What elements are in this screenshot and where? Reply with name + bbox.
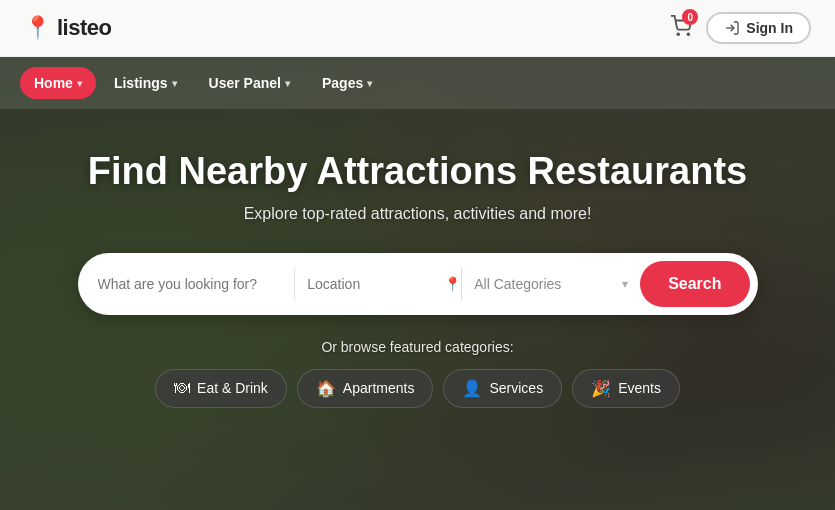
svg-point-0	[678, 33, 680, 35]
logo-area: 📍 listeo	[24, 15, 111, 41]
services-icon: 👤	[462, 379, 482, 398]
nav-userpanel-label: User Panel	[209, 75, 281, 91]
location-pin-icon: 📍	[444, 276, 461, 292]
nav-userpanel-chevron: ▾	[285, 78, 290, 89]
nav-menu: Home ▾ Listings ▾ User Panel ▾ Pages ▾	[0, 57, 835, 109]
nav-home-label: Home	[34, 75, 73, 91]
categories-chevron-icon: ▾	[622, 277, 628, 291]
search-divider-1	[294, 269, 295, 299]
hero-title: Find Nearby Attractions Restaurants	[88, 149, 748, 195]
cart-button[interactable]: 0	[670, 15, 692, 41]
nav-pages-chevron: ▾	[367, 78, 372, 89]
search-button[interactable]: Search	[640, 261, 749, 307]
nav-listings-chevron: ▾	[172, 78, 177, 89]
services-label: Services	[489, 380, 543, 396]
navbar-actions: 0 Sign In	[670, 12, 811, 44]
hero-subtitle: Explore top-rated attractions, activitie…	[244, 205, 592, 223]
nav-item-pages[interactable]: Pages ▾	[308, 67, 386, 99]
location-field[interactable]: 📍	[307, 268, 461, 300]
apartments-icon: 🏠	[316, 379, 336, 398]
logo-text: listeo	[57, 15, 111, 41]
browse-label: Or browse featured categories:	[321, 339, 513, 355]
search-bar: 📍 All Categories ▾ Search	[78, 253, 758, 315]
browse-section: Or browse featured categories: 🍽 Eat & D…	[0, 339, 835, 408]
nav-item-listings[interactable]: Listings ▾	[100, 67, 191, 99]
hero-content: Find Nearby Attractions Restaurants Expl…	[0, 109, 835, 315]
cart-badge: 0	[682, 9, 698, 25]
navbar: 📍 listeo 0 Sign In	[0, 0, 835, 57]
logo-icon: 📍	[24, 15, 51, 41]
nav-item-home[interactable]: Home ▾	[20, 67, 96, 99]
category-services[interactable]: 👤 Services	[443, 369, 562, 408]
categories-label: All Categories	[474, 276, 561, 292]
apartments-label: Apartments	[343, 380, 415, 396]
category-apartments[interactable]: 🏠 Apartments	[297, 369, 434, 408]
sign-in-icon	[724, 20, 740, 36]
sign-in-label: Sign In	[746, 20, 793, 36]
nav-home-chevron: ▾	[77, 78, 82, 89]
eat-drink-icon: 🍽	[174, 379, 190, 397]
events-icon: 🎉	[591, 379, 611, 398]
category-eat-drink[interactable]: 🍽 Eat & Drink	[155, 369, 287, 408]
eat-drink-label: Eat & Drink	[197, 380, 268, 396]
events-label: Events	[618, 380, 661, 396]
nav-item-userpanel[interactable]: User Panel ▾	[195, 67, 304, 99]
nav-pages-label: Pages	[322, 75, 363, 91]
category-pills: 🍽 Eat & Drink 🏠 Apartments 👤 Services 🎉 …	[155, 369, 680, 408]
svg-point-1	[688, 33, 690, 35]
search-what-input[interactable]	[98, 268, 283, 300]
category-events[interactable]: 🎉 Events	[572, 369, 680, 408]
categories-dropdown[interactable]: All Categories ▾	[461, 268, 640, 300]
sign-in-button[interactable]: Sign In	[706, 12, 811, 44]
nav-listings-label: Listings	[114, 75, 168, 91]
location-input[interactable]	[307, 276, 438, 292]
